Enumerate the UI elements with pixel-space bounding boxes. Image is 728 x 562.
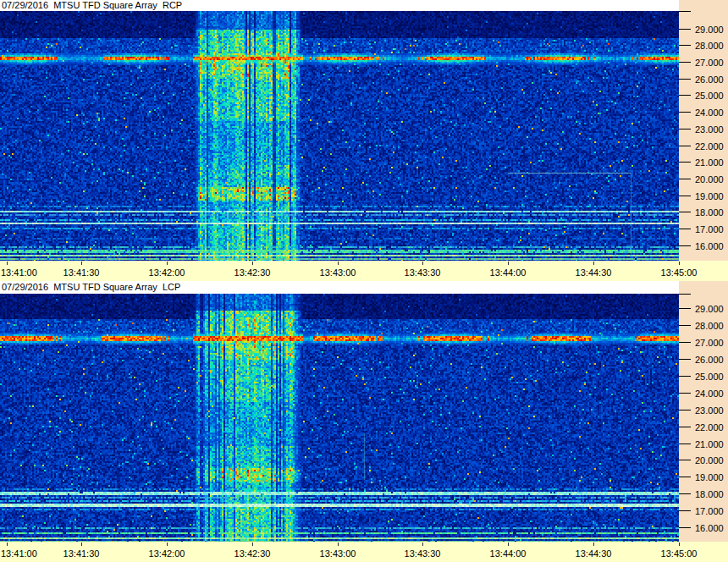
freq-tick-label: 19.000: [695, 191, 724, 201]
freq-tick: [679, 294, 691, 295]
time-tick-label: 13:42:30: [234, 267, 271, 278]
time-tick: [7, 543, 8, 546]
freq-tick-label: 21.000: [695, 157, 724, 168]
freq-tick: [679, 212, 691, 212]
freq-tick-label: 26.000: [695, 355, 724, 365]
freq-tick: [679, 477, 691, 477]
time-tick: [167, 543, 168, 546]
frequency-axis-rcp: 29.00028.00027.00026.00025.00024.00023.0…: [679, 0, 728, 261]
freq-tick: [679, 45, 691, 46]
freq-tick: [679, 245, 691, 246]
freq-tick: [679, 29, 691, 30]
freq-tick-label: 28.000: [695, 321, 724, 331]
freq-tick: [679, 460, 691, 460]
freq-tick-label: 24.000: [695, 107, 724, 118]
freq-tick-label: 16.000: [695, 523, 724, 533]
freq-tick-label: 25.000: [695, 91, 724, 101]
freq-tick-label: 20.000: [695, 455, 724, 466]
freq-tick-label: 23.000: [695, 124, 724, 135]
time-tick-label: 13:42:00: [149, 548, 185, 559]
freq-tick: [679, 179, 691, 179]
time-tick: [422, 262, 423, 265]
freq-tick: [679, 62, 691, 63]
time-tick-label: 13:45:00: [661, 548, 698, 559]
spectrogram-canvas-lcp: [0, 294, 679, 542]
freq-tick: [679, 79, 691, 80]
freq-tick: [679, 393, 691, 394]
time-axis-rcp: 13:41:0013:41:3013:42:0013:42:3013:43:00…: [0, 261, 728, 281]
freq-tick: [679, 162, 691, 163]
freq-tick-label: 21.000: [695, 439, 724, 449]
freq-tick: [679, 493, 691, 494]
freq-tick-label: 20.000: [695, 174, 724, 185]
frequency-axis-lcp: 29.00028.00027.00026.00025.00024.00023.0…: [679, 281, 728, 542]
time-tick-label: 13:41:30: [63, 548, 100, 559]
freq-tick-label: 22.000: [695, 141, 724, 152]
time-tick-label: 13:41:00: [1, 267, 37, 278]
time-tick: [338, 543, 339, 546]
freq-tick-label: 17.000: [695, 224, 724, 234]
freq-tick: [679, 196, 691, 196]
time-tick-label: 13:43:00: [320, 267, 356, 278]
time-tick: [167, 262, 168, 265]
freq-tick-label: 27.000: [695, 58, 724, 68]
time-tick: [7, 262, 8, 265]
freq-tick-label: 28.000: [695, 41, 724, 51]
time-tick-label: 13:43:30: [405, 548, 441, 559]
time-tick: [508, 543, 509, 546]
time-tick-label: 13:45:00: [661, 267, 698, 278]
freq-tick-label: 24.000: [695, 388, 724, 399]
time-tick-label: 13:42:00: [149, 267, 185, 278]
freq-tick: [679, 510, 691, 511]
time-tick-label: 13:43:00: [320, 548, 356, 559]
spectrogram-panel-lcp: 07/29/2016 MTSU TFD Square Array LCP 29.…: [0, 281, 728, 562]
time-tick: [679, 543, 680, 546]
freq-tick: [679, 325, 691, 326]
time-tick: [422, 543, 423, 546]
time-tick: [252, 543, 253, 546]
freq-tick: [679, 527, 691, 528]
time-tick: [679, 262, 680, 265]
time-tick-label: 13:41:30: [63, 267, 100, 278]
freq-tick-label: 23.000: [695, 405, 724, 416]
freq-tick: [679, 444, 691, 444]
time-tick-label: 13:44:30: [576, 548, 612, 559]
time-axis-lcp: 13:41:0013:41:3013:42:0013:42:3013:43:00…: [0, 542, 728, 562]
panel-title-rcp: 07/29/2016 MTSU TFD Square Array RCP: [0, 0, 679, 11]
time-tick-label: 13:41:00: [1, 548, 37, 559]
spectrogram-canvas-rcp: [0, 11, 679, 261]
freq-tick-label: 19.000: [695, 472, 724, 482]
freq-tick: [679, 410, 691, 410]
freq-tick-label: 17.000: [695, 506, 724, 516]
time-tick: [508, 262, 509, 265]
radio-spectrograph-window: 07/29/2016 MTSU TFD Square Array RCP 29.…: [0, 0, 728, 562]
freq-tick-label: 18.000: [695, 207, 724, 218]
time-tick: [81, 543, 82, 546]
freq-tick-label: 29.000: [695, 25, 724, 35]
freq-tick-label: 27.000: [695, 338, 724, 348]
time-tick: [338, 262, 339, 265]
time-tick: [593, 543, 594, 546]
time-tick-label: 13:44:30: [576, 267, 612, 278]
time-tick-label: 13:44:00: [490, 267, 527, 278]
freq-tick: [679, 146, 691, 146]
time-tick-label: 13:42:30: [234, 548, 271, 559]
freq-tick-label: 22.000: [695, 422, 724, 433]
freq-tick: [679, 376, 691, 377]
freq-tick-label: 25.000: [695, 372, 724, 382]
spectrogram-panel-rcp: 07/29/2016 MTSU TFD Square Array RCP 29.…: [0, 0, 728, 281]
freq-tick: [679, 359, 691, 360]
freq-tick-label: 16.000: [695, 241, 724, 251]
time-tick-label: 13:43:30: [405, 267, 441, 278]
freq-tick: [679, 129, 691, 129]
freq-tick: [679, 95, 691, 96]
freq-tick: [679, 308, 691, 309]
time-tick: [252, 262, 253, 265]
freq-tick: [679, 112, 691, 113]
time-tick-label: 13:44:00: [490, 548, 527, 559]
time-tick: [81, 262, 82, 265]
freq-tick-label: 26.000: [695, 74, 724, 85]
freq-tick: [679, 342, 691, 343]
freq-tick: [679, 229, 691, 229]
time-tick: [593, 262, 594, 265]
